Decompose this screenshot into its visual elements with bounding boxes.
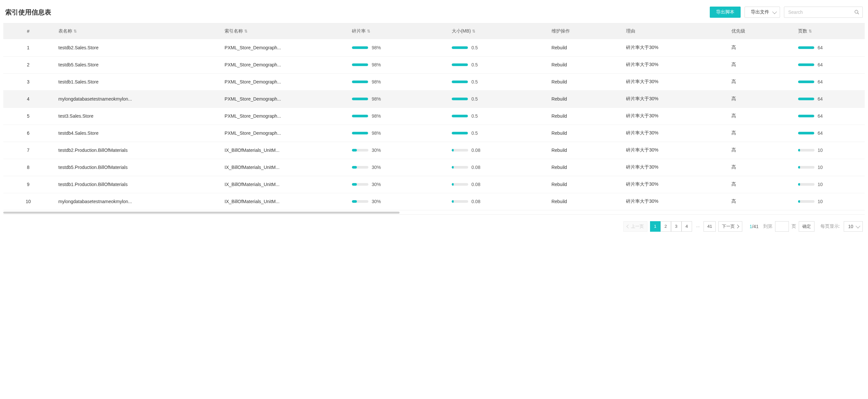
- progress-label: 64: [818, 113, 823, 119]
- progress-bar: [452, 166, 468, 169]
- cell-size: 0.5: [446, 56, 546, 73]
- col-header-size[interactable]: 大小(MB)⇅: [446, 23, 546, 39]
- col-header-operation[interactable]: 维护操作: [546, 23, 621, 39]
- table-row[interactable]: 10mylongdatabasetestnameokmylon...IX_Bil…: [3, 193, 865, 210]
- cell-index: 7: [3, 142, 53, 159]
- goto-confirm-button[interactable]: 确定: [799, 221, 814, 232]
- progress-bar: [352, 132, 368, 135]
- cell-size: 0.5: [446, 108, 546, 124]
- cell-index-name: IX_BillOfMaterials_UnitM...: [219, 176, 347, 193]
- progress-bar: [452, 200, 468, 203]
- table-row[interactable]: 7testdb2.Production.BillOfMaterialsIX_Bi…: [3, 142, 865, 159]
- cell-pages: 64: [793, 90, 865, 108]
- page-number-button[interactable]: 3: [671, 221, 682, 232]
- cell-size: 0.08: [446, 142, 546, 159]
- last-page-button[interactable]: 41: [704, 221, 716, 232]
- col-header-reason[interactable]: 理由: [621, 23, 726, 39]
- cell-reason: 碎片率大于30%: [621, 108, 726, 124]
- page-unit-label: 页: [792, 224, 796, 229]
- pagesize-label: 每页显示:: [820, 224, 840, 229]
- horizontal-scrollbar[interactable]: [3, 211, 865, 214]
- cell-size: 0.5: [446, 124, 546, 142]
- col-header-pages[interactable]: 页数⇅: [793, 23, 865, 39]
- col-header-frag-rate[interactable]: 碎片率⇅: [347, 23, 446, 39]
- goto-label: 到第: [763, 224, 772, 229]
- progress-label: 64: [818, 79, 823, 84]
- cell-index-name: IX_BillOfMaterials_UnitM...: [219, 193, 347, 210]
- progress-label: 30%: [372, 165, 381, 170]
- next-page-button[interactable]: 下一页: [718, 221, 742, 232]
- progress-bar: [352, 97, 368, 100]
- cell-pages: 64: [793, 108, 865, 124]
- cell-pages: 64: [793, 124, 865, 142]
- cell-priority: 高: [726, 176, 793, 193]
- page-info: 1/41: [749, 224, 758, 229]
- cell-reason: 碎片率大于30%: [621, 39, 726, 56]
- progress-label: 0.08: [471, 199, 480, 204]
- table-row[interactable]: 3testdb1.Sales.StorePXML_Store_Demograph…: [3, 73, 865, 90]
- export-script-label: 导出脚本: [716, 9, 734, 15]
- header-bar: 索引使用信息表 导出脚本 导出文件: [3, 3, 865, 23]
- prev-page-button[interactable]: 上一页: [623, 221, 647, 232]
- export-script-button[interactable]: 导出脚本: [710, 6, 741, 18]
- progress-bar: [352, 81, 368, 83]
- table-row[interactable]: 4mylongdatabasetestnameokmylon...PXML_St…: [3, 90, 865, 108]
- pagesize-select[interactable]: 10: [844, 221, 863, 232]
- cell-reason: 碎片率大于30%: [621, 73, 726, 90]
- col-header-priority[interactable]: 优先级: [726, 23, 793, 39]
- table-row[interactable]: 5test3.Sales.StorePXML_Store_Demograph..…: [3, 108, 865, 124]
- progress-label: 30%: [372, 199, 381, 204]
- progress-label: 98%: [372, 96, 381, 102]
- progress-bar: [452, 63, 468, 66]
- cell-operation: Rebuild: [546, 39, 621, 56]
- progress-bar: [452, 81, 468, 83]
- cell-reason: 碎片率大于30%: [621, 159, 726, 176]
- progress-bar: [452, 183, 468, 186]
- table-row[interactable]: 6testdb4.Sales.StorePXML_Store_Demograph…: [3, 124, 865, 142]
- cell-priority: 高: [726, 108, 793, 124]
- progress-label: 0.08: [471, 182, 480, 187]
- page-number-button[interactable]: 4: [682, 221, 692, 232]
- cell-frag-rate: 30%: [347, 193, 446, 210]
- cell-table-name: testdb2.Production.BillOfMaterials: [53, 142, 219, 159]
- cell-index: 1: [3, 39, 53, 56]
- progress-bar: [352, 183, 368, 186]
- cell-priority: 高: [726, 73, 793, 90]
- cell-priority: 高: [726, 193, 793, 210]
- cell-frag-rate: 98%: [347, 56, 446, 73]
- pagination: 上一页 1234 ··· 41 下一页 1/41 到第 页 确定 每页显示: 1…: [3, 215, 865, 232]
- page-number-button[interactable]: 1: [650, 221, 660, 232]
- cell-operation: Rebuild: [546, 159, 621, 176]
- progress-label: 10: [818, 199, 823, 204]
- progress-bar: [798, 81, 814, 83]
- table-row[interactable]: 1testdb2.Sales.StorePXML_Store_Demograph…: [3, 39, 865, 56]
- search-input[interactable]: [784, 6, 863, 18]
- progress-label: 0.5: [471, 113, 478, 119]
- table-row[interactable]: 9testdb1.Production.BillOfMaterialsIX_Bi…: [3, 176, 865, 193]
- chevron-down-icon: [772, 9, 777, 14]
- col-header-table-name[interactable]: 表名称⇅: [53, 23, 219, 39]
- progress-bar: [352, 149, 368, 151]
- cell-index-name: IX_BillOfMaterials_UnitM...: [219, 159, 347, 176]
- table-row[interactable]: 2testdb5.Sales.StorePXML_Store_Demograph…: [3, 56, 865, 73]
- cell-index-name: PXML_Store_Demograph...: [219, 124, 347, 142]
- cell-size: 0.08: [446, 159, 546, 176]
- progress-bar: [452, 46, 468, 49]
- cell-priority: 高: [726, 159, 793, 176]
- cell-index-name: PXML_Store_Demograph...: [219, 90, 347, 108]
- page-number-button[interactable]: 2: [660, 221, 671, 232]
- index-usage-table: # 表名称⇅ 索引名称⇅ 碎片率⇅ 大小(MB)⇅ 维护操作 理由 优先级 页数…: [3, 23, 865, 210]
- cell-index-name: IX_BillOfMaterials_UnitM...: [219, 142, 347, 159]
- progress-bar: [452, 149, 468, 151]
- progress-bar: [352, 166, 368, 169]
- col-header-index-name[interactable]: 索引名称⇅: [219, 23, 347, 39]
- progress-bar: [798, 132, 814, 135]
- table-row[interactable]: 8testdb5.Production.BillOfMaterialsIX_Bi…: [3, 159, 865, 176]
- col-header-index[interactable]: #: [3, 23, 53, 39]
- cell-index: 3: [3, 73, 53, 90]
- progress-label: 98%: [372, 79, 381, 84]
- export-file-dropdown[interactable]: 导出文件: [745, 6, 780, 18]
- scrollbar-thumb[interactable]: [3, 212, 400, 213]
- progress-label: 0.5: [471, 131, 478, 136]
- goto-page-input[interactable]: [775, 221, 789, 232]
